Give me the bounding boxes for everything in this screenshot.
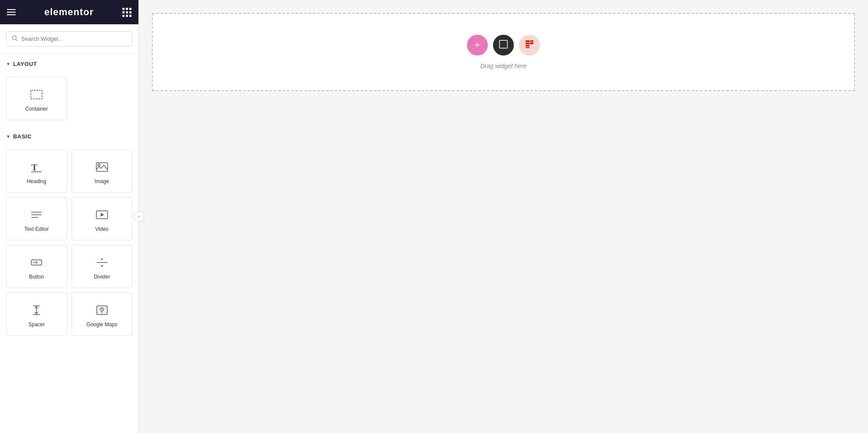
- layout-widgets: Container: [0, 77, 138, 126]
- heading-icon: T: [30, 160, 43, 174]
- container-icon: [30, 88, 43, 102]
- search-input[interactable]: [21, 36, 127, 42]
- widget-divider[interactable]: Divider: [72, 245, 133, 288]
- basic-section-toggle[interactable]: ▼ Basic: [6, 133, 132, 140]
- elementor-logo: elementor: [44, 7, 94, 18]
- spacer-icon: [30, 303, 43, 317]
- add-widget-button[interactable]: +: [467, 35, 488, 56]
- layout-section-title: Layout: [13, 61, 37, 67]
- widget-google-maps[interactable]: Google Maps: [72, 292, 133, 336]
- search-icon: [12, 35, 18, 43]
- sidebar-collapse-button[interactable]: ‹: [134, 211, 144, 222]
- image-icon: [95, 160, 109, 174]
- widget-video[interactable]: Video: [72, 197, 133, 240]
- heading-label: Heading: [27, 178, 46, 184]
- drop-zone[interactable]: +: [152, 13, 855, 91]
- container-circle-icon: [499, 39, 508, 51]
- drop-zone-actions: +: [467, 35, 540, 56]
- basic-section-title: Basic: [13, 133, 32, 140]
- hamburger-menu-button[interactable]: [7, 9, 16, 15]
- svg-point-0: [13, 36, 16, 40]
- widget-heading[interactable]: T Heading: [6, 149, 67, 193]
- svg-rect-12: [31, 260, 42, 265]
- widget-image[interactable]: Image: [72, 149, 133, 193]
- widget-container[interactable]: Container: [6, 77, 67, 120]
- svg-rect-2: [31, 90, 42, 99]
- add-container-button[interactable]: [493, 35, 514, 56]
- divider-label: Divider: [94, 274, 110, 280]
- svg-rect-21: [500, 40, 507, 48]
- widget-spacer[interactable]: Spacer: [6, 292, 67, 336]
- google-maps-label: Google Maps: [86, 321, 117, 328]
- search-container: [0, 24, 138, 54]
- sidebar-header: elementor: [0, 0, 138, 24]
- add-icon: +: [475, 40, 480, 50]
- divider-icon: [95, 256, 109, 269]
- button-icon: [30, 256, 43, 269]
- search-wrapper: [6, 31, 132, 46]
- canvas-inner: +: [139, 0, 868, 433]
- svg-point-6: [98, 164, 100, 166]
- text-editor-label: Text Editor: [24, 226, 49, 232]
- grid-menu-button[interactable]: [122, 8, 132, 17]
- drag-hint-text: Drag widget here: [480, 62, 527, 69]
- news-icon: [524, 39, 535, 52]
- video-icon: [95, 208, 109, 222]
- layout-section-toggle[interactable]: ▼ Layout: [6, 61, 132, 67]
- google-maps-icon: [95, 303, 109, 317]
- image-label: Image: [95, 178, 109, 184]
- sidebar: elementor ▼ Layout: [0, 0, 139, 433]
- news-button[interactable]: [519, 35, 540, 56]
- basic-section-header: ▼ Basic: [0, 126, 138, 149]
- basic-arrow-icon: ▼: [6, 134, 10, 139]
- svg-text:T: T: [31, 162, 38, 173]
- button-label: Button: [29, 274, 44, 280]
- svg-point-20: [101, 308, 102, 310]
- layout-section-header: ▼ Layout: [0, 54, 138, 77]
- video-label: Video: [95, 226, 108, 232]
- svg-marker-11: [101, 213, 104, 216]
- main-canvas: +: [139, 0, 868, 433]
- widget-button[interactable]: Button: [6, 245, 67, 288]
- layout-arrow-icon: ▼: [6, 62, 10, 66]
- container-label: Container: [25, 106, 48, 112]
- text-editor-icon: [30, 208, 43, 222]
- basic-widgets-grid: T Heading Image: [0, 149, 138, 342]
- svg-line-1: [16, 39, 18, 41]
- widget-text-editor[interactable]: Text Editor: [6, 197, 67, 240]
- spacer-label: Spacer: [28, 321, 45, 328]
